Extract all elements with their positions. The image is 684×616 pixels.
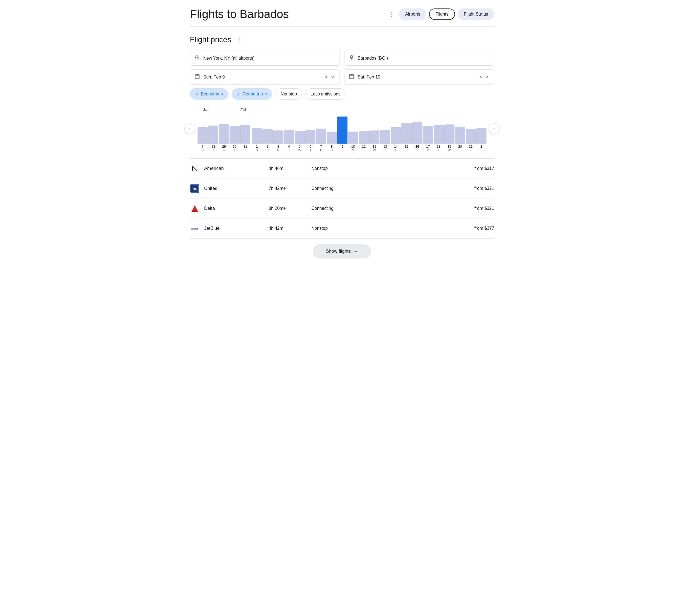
airline-name-delta: Delta [204, 206, 232, 211]
date-label-col-1: 28T [208, 145, 218, 152]
bar-col-25[interactable] [466, 113, 476, 144]
bar-col-12[interactable] [327, 113, 337, 144]
bar-col-20[interactable] [412, 113, 423, 144]
airline-price-delta: from $321 [474, 206, 494, 211]
section-title: Flight prices [190, 35, 231, 44]
airline-stops-american: Nonstop [312, 166, 344, 171]
depart-calendar-icon [194, 73, 200, 81]
flight-prices-more-icon[interactable]: ⋮ [236, 36, 242, 43]
destination-icon [349, 55, 354, 62]
chart-prev-button[interactable]: ‹ [185, 123, 195, 134]
depart-date-text: Sun, Feb 9 [203, 75, 225, 80]
bar-col-3[interactable] [230, 113, 240, 144]
return-calendar-icon [349, 73, 354, 81]
show-flights-button[interactable]: Show flights → [313, 244, 371, 259]
more-options-icon[interactable]: ⋮ [389, 11, 395, 18]
bar-col-0[interactable] [197, 113, 208, 144]
origin-input[interactable]: New York, NY (all airports) [190, 51, 340, 66]
tab-flight-status[interactable]: Flight Status [458, 8, 494, 20]
date-label-col-22: 18T [434, 145, 444, 152]
price-chart-section: Jan Feb ‹ › 7S28T29W30T31F1S2S3M4T5W6T7F… [190, 107, 494, 152]
origin-icon [194, 55, 200, 62]
chart-next-button[interactable]: › [489, 123, 499, 134]
bar-col-7[interactable] [273, 113, 283, 144]
date-label-col-12: 8S [327, 145, 337, 152]
origin-destination-row: New York, NY (all airports) Barbados (BG… [190, 51, 494, 66]
airline-stops-delta: Connecting [312, 206, 344, 211]
bar-col-2[interactable] [219, 113, 229, 144]
date-label-col-21: 17M [423, 145, 433, 152]
bar-col-23[interactable] [444, 113, 454, 144]
bar-col-18[interactable] [391, 113, 401, 144]
nonstop-filter[interactable]: Nonstop [276, 88, 302, 100]
depart-prev-button[interactable]: < [324, 73, 329, 81]
date-label-col-13: 9S [337, 145, 347, 152]
date-label-col-15: 11T [359, 145, 369, 152]
bar-col-10[interactable] [305, 113, 316, 144]
bar-col-26[interactable] [476, 113, 487, 144]
airline-price-american: from $317 [474, 166, 494, 171]
bar-col-17[interactable] [380, 113, 390, 144]
origin-text: New York, NY (all airports) [203, 56, 254, 61]
bar-col-14[interactable] [348, 113, 358, 144]
bar-col-8[interactable] [284, 113, 294, 144]
date-label-col-26: 2S [476, 145, 487, 152]
airline-duration-delta: 8h 20m+ [269, 206, 296, 211]
bar-col-15[interactable] [359, 113, 369, 144]
chart-wrapper: ‹ › [190, 113, 494, 144]
bar-col-5[interactable] [252, 113, 262, 144]
date-label-col-19: 15S [401, 145, 411, 152]
tab-airports[interactable]: Airports [399, 8, 426, 20]
date-label-col-25: 21F [466, 145, 476, 152]
return-prev-button[interactable]: < [478, 73, 484, 81]
destination-text: Barbados (BGI) [358, 56, 388, 61]
airline-row-jetblue[interactable]: jetBlue JetBlue 4h 42m Nonstop from $377 [190, 219, 494, 239]
filters-row: ✓ Economy ▾ ✓ Round trip ▾ Nonstop Less … [190, 88, 494, 100]
svg-line-11 [193, 166, 197, 171]
airline-stops-jetblue: Nonstop [312, 226, 344, 231]
date-label-col-24: 20T [455, 145, 465, 152]
less-emissions-filter[interactable]: Less emissions [305, 88, 346, 100]
svg-rect-3 [195, 74, 199, 79]
bar-col-22[interactable] [434, 113, 444, 144]
airline-price-jetblue: from $377 [474, 226, 494, 231]
bar-col-9[interactable] [295, 113, 305, 144]
month-feb-label: Feb [240, 107, 247, 112]
airline-logo-jetblue: jetBlue [190, 223, 200, 233]
bar-col-24[interactable] [455, 113, 465, 144]
airline-row-american[interactable]: American 4h 46m Nonstop from $317 [190, 159, 494, 179]
bar-col-21[interactable] [423, 113, 433, 144]
depart-next-button[interactable]: > [330, 73, 335, 81]
bar-col-1[interactable] [208, 113, 218, 144]
airline-duration-united: 7h 42m+ [269, 186, 296, 191]
airline-logo-american [190, 163, 200, 173]
date-label-col-8: 4T [284, 145, 294, 152]
page-header: Flights to Barbados ⋮ Airports Flights F… [190, 0, 494, 26]
date-label-col-10: 6T [305, 145, 316, 152]
date-labels: 7S28T29W30T31F1S2S3M4T5W6T7F8S9S10M11T12… [190, 145, 494, 152]
svg-marker-17 [192, 205, 198, 212]
bar-col-13[interactable] [337, 113, 347, 144]
return-next-button[interactable]: > [484, 73, 490, 81]
date-label-col-9: 5W [295, 145, 305, 152]
depart-date-input[interactable]: Sun, Feb 9 < > [190, 69, 340, 85]
bar-col-16[interactable] [369, 113, 380, 144]
destination-input[interactable]: Barbados (BGI) [344, 51, 494, 66]
economy-check-icon: ✓ [195, 91, 199, 96]
airline-list: American 4h 46m Nonstop from $317 UA Uni… [190, 158, 494, 239]
bar-col-4[interactable] [240, 113, 250, 144]
airline-duration-jetblue: 4h 42m [269, 226, 296, 231]
airline-row-delta[interactable]: Delta 8h 20m+ Connecting from $321 [190, 199, 494, 219]
nonstop-label: Nonstop [281, 92, 297, 96]
return-date-input[interactable]: Sat, Feb 15 < > [344, 69, 494, 85]
economy-filter[interactable]: ✓ Economy ▾ [190, 88, 229, 100]
bar-col-11[interactable] [316, 113, 326, 144]
bar-col-6[interactable] [262, 113, 273, 144]
date-label-col-14: 10M [348, 145, 358, 152]
airline-row-united[interactable]: UA United 7h 42m+ Connecting from $321 [190, 179, 494, 199]
airline-price-united: from $321 [474, 186, 494, 191]
tab-flights[interactable]: Flights [429, 8, 455, 20]
date-label-col-4: 31F [240, 145, 250, 152]
bar-col-19[interactable] [401, 113, 411, 144]
round-trip-filter[interactable]: ✓ Round trip ▾ [232, 88, 272, 100]
